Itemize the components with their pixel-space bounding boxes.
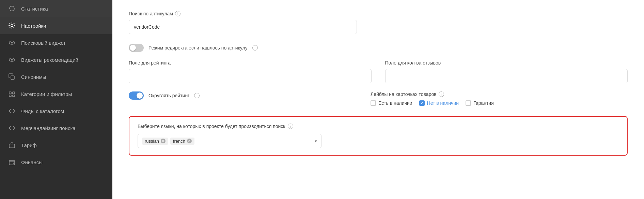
sidebar-item-synonyms[interactable]: Синонимы [0,68,112,85]
lang-tag-french: french ✕ [170,138,194,145]
refresh-icon [8,5,16,12]
vendor-code-section: Поиск по артикулам i [129,11,628,34]
filter-icon [8,90,16,98]
gear-icon [8,22,16,29]
svg-point-0 [11,25,13,27]
sidebar-item-label: Синонимы [21,74,46,80]
sidebar-item-label: Категории и фильтры [21,91,72,97]
svg-point-12 [13,163,14,164]
labels-label: Лейблы на карточках товаров i [371,91,628,97]
label-warranty[interactable]: Гарантия [466,100,494,106]
redirect-toggle-row: Режим редиректа если нашлось по артикулу… [129,44,628,52]
round-rating-info-icon[interactable]: i [194,93,200,98]
round-rating-section: Округлять рейтинг i [129,91,357,108]
language-tags: russian ✕ french ✕ [142,138,315,145]
svg-rect-9 [13,95,15,97]
eye-icon [8,39,16,46]
eye2-icon [8,56,16,63]
reviews-field-label: Поле для кол-ва отзывов [385,60,628,66]
round-rating-toggle[interactable] [129,91,144,100]
main-content: Поиск по артикулам i Режим редиректа есл… [112,0,644,199]
reviews-field-col: Поле для кол-ва отзывов [385,60,628,83]
sidebar-item-finance[interactable]: Финансы [0,154,112,171]
languages-container: Выберите языки, на которых в проекте буд… [129,116,628,156]
lang-tag-russian-close[interactable]: ✕ [161,139,166,143]
labels-section: Лейблы на карточках товаров i Есть в нал… [371,91,628,106]
lang-tag-russian: russian ✕ [142,138,168,145]
sidebar-item-label: Мерчандайзинг поиска [21,125,76,131]
round-rating-toggle-row: Округлять рейтинг i [129,91,357,100]
label-in-stock[interactable]: Есть в наличии [371,100,412,106]
svg-point-4 [11,59,13,61]
label-warranty-checkbox [466,100,471,106]
svg-rect-8 [9,95,11,97]
languages-section: Выберите языки, на которых в проекте буд… [129,116,628,156]
svg-rect-5 [11,76,14,80]
rating-reviews-row: Поле для рейтинга Поле для кол-ва отзыво… [129,60,628,83]
label-in-stock-checkbox [371,100,376,106]
vendor-code-info-icon[interactable]: i [175,11,180,16]
code2-icon [8,124,16,132]
briefcase-icon [8,141,16,149]
sidebar: Статистика Настройки Поисковый виджет [0,0,112,199]
languages-label: Выберите языки, на которых в проекте буд… [138,124,619,129]
language-select-arrow: ▾ [315,139,317,144]
redirect-toggle[interactable] [129,44,144,52]
sidebar-item-label: Виджеты рекомендаций [21,57,78,63]
vendor-code-label: Поиск по артикулам i [129,11,628,16]
sidebar-item-label: Статистика [21,6,48,12]
sidebar-item-categories[interactable]: Категории и фильтры [0,85,112,102]
round-rating-label: Округлять рейтинг [148,93,189,98]
languages-info-icon[interactable]: i [288,124,293,129]
redirect-info-icon[interactable]: i [252,45,258,51]
svg-rect-6 [9,92,11,94]
rating-field-input[interactable] [129,69,372,83]
vendor-code-input[interactable] [129,20,357,34]
sidebar-item-label: Фиды с каталогом [21,108,64,114]
sidebar-item-search-widget[interactable]: Поисковый виджет [0,34,112,51]
svg-rect-7 [13,92,15,94]
rating-field-label: Поле для рейтинга [129,60,372,66]
sidebar-item-feeds[interactable]: Фиды с каталогом [0,102,112,119]
sidebar-item-recommendations[interactable]: Виджеты рекомендаций [0,51,112,68]
sidebar-item-label: Поисковый виджет [21,40,66,46]
label-out-of-stock-checkbox [419,100,425,106]
label-out-of-stock[interactable]: Нет в наличии [419,100,459,106]
sidebar-item-label: Настройки [21,23,46,29]
sidebar-item-tariff[interactable]: Тариф [0,137,112,154]
round-rating-labels-row: Округлять рейтинг i Лейблы на карточках … [129,91,628,108]
sidebar-item-label: Финансы [21,159,43,165]
reviews-field-input[interactable] [385,69,628,83]
sidebar-item-merchandising[interactable]: Мерчандайзинг поиска [0,119,112,137]
labels-row: Есть в наличии Нет в наличии Гарантия [371,100,628,106]
labels-info-icon[interactable]: i [439,91,444,97]
svg-rect-10 [9,144,15,148]
code-icon [8,107,16,115]
wallet-icon [8,158,16,166]
redirect-label: Режим редиректа если нашлось по артикулу [148,45,248,51]
sidebar-item-settings[interactable]: Настройки [0,17,112,34]
svg-rect-11 [9,160,15,165]
rating-field-col: Поле для рейтинга [129,60,372,83]
language-select[interactable]: russian ✕ french ✕ ▾ [138,134,321,148]
copy-icon [8,73,16,81]
lang-tag-french-close[interactable]: ✕ [187,139,192,143]
sidebar-item-label: Тариф [21,142,37,148]
svg-point-2 [11,42,13,44]
sidebar-item-statistics[interactable]: Статистика [0,0,112,17]
